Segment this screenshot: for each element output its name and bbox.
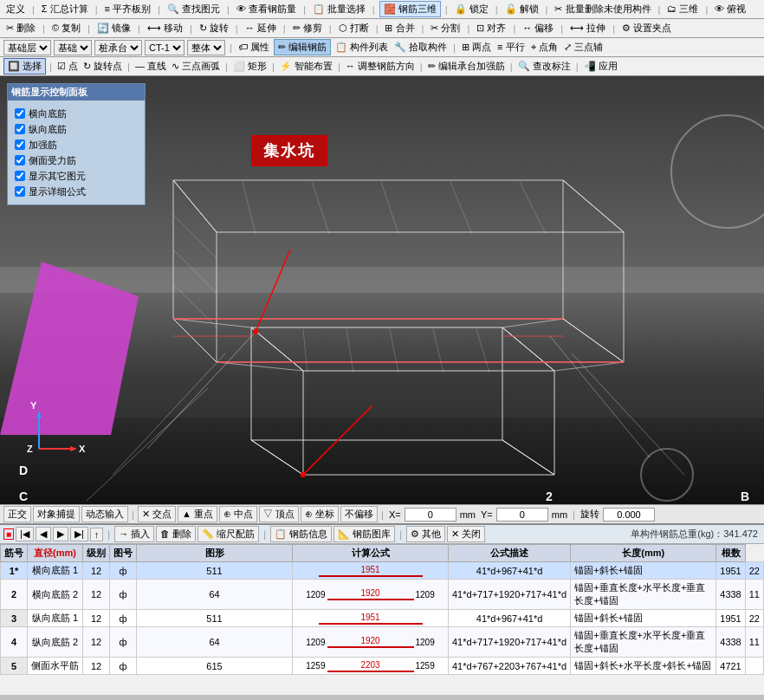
btn-merge[interactable]: ⊞ 合并 (382, 22, 417, 35)
btn-rect[interactable]: ⬜ 矩形 (231, 60, 269, 73)
rotate-input[interactable] (603, 508, 655, 522)
status-no-offset[interactable]: 不偏移 (340, 506, 378, 522)
btn-edit-bearing[interactable]: ✏ 编辑承台加强筋 (426, 60, 507, 73)
select-ct[interactable]: CT-1 (145, 40, 185, 55)
btn-two-point[interactable]: ⊞ 两点 (460, 41, 493, 54)
nav-up[interactable]: ↑ (90, 528, 104, 541)
btn-insert[interactable]: → 插入 (114, 526, 154, 542)
btn-three-point-aux[interactable]: ⤢ 三点辅 (562, 41, 605, 54)
btn-break[interactable]: ⬡ 打断 (336, 22, 372, 35)
col-header-formula: 计算公式 (293, 545, 449, 562)
checkbox-reinforce-rebar[interactable]: 加强筋 (15, 137, 138, 152)
btn-scale-rebar[interactable]: 📏 缩尺配筋 (197, 526, 259, 542)
table-row[interactable]: 3 纵向底筋 1 12 ф 511 1951 41*d+967+41*d 锚固+… (1, 610, 764, 627)
status-ortho[interactable]: 正交 (3, 506, 31, 522)
btn-steel-3d[interactable]: 🧱 钢筋三维 (379, 1, 441, 17)
btn-delete-row[interactable]: 🗑 删除 (156, 526, 196, 542)
checkbox-show-elements[interactable]: 显示其它图元 (15, 168, 138, 184)
btn-align[interactable]: ⊡ 对齐 (474, 22, 508, 35)
data-table-wrapper[interactable]: 筋号 直径(mm) 级别 图号 图形 计算公式 公式描述 长度(mm) 根数 1… (0, 544, 764, 695)
svg-line-15 (450, 182, 472, 234)
btn-apply[interactable]: 📲 应用 (582, 60, 619, 73)
btn-pick-element[interactable]: 🔧 拾取构件 (392, 41, 449, 54)
btn-mirror[interactable]: 🔄 镜像 (94, 22, 133, 35)
btn-copy[interactable]: © 复制 (49, 22, 83, 35)
btn-point[interactable]: ☑ 点 (55, 60, 80, 73)
btn-close[interactable]: ✕ 关闭 (447, 526, 485, 542)
nav-first[interactable]: |◀ (16, 527, 34, 541)
nav-last[interactable]: ▶| (70, 527, 88, 541)
x-input[interactable]: 0 (405, 508, 456, 522)
status-snap[interactable]: 对象捕提 (33, 506, 80, 522)
nav-next[interactable]: ▶ (53, 527, 68, 541)
status-midweight[interactable]: ▲ 重点 (178, 506, 217, 522)
select-pillar[interactable]: 桩承台 (94, 40, 142, 55)
checkbox-side-rebar[interactable]: 侧面受力筋 (15, 152, 138, 168)
table-row[interactable]: 4 纵向底筋 2 12 ф 64 1209 1920 1209 41*d+717… (1, 627, 764, 658)
btn-element-list[interactable]: 📋 构件列表 (333, 41, 390, 54)
btn-check-mark[interactable]: 🔍 查改标注 (516, 60, 573, 73)
btn-find-element[interactable]: 🔍 查找图元 (165, 3, 223, 16)
btn-arc[interactable]: ∿ 三点画弧 (170, 60, 222, 73)
btn-split[interactable]: ✂ 分割 (428, 22, 463, 35)
select-layer[interactable]: 基础层 (3, 40, 51, 55)
btn-rebar-info[interactable]: 📋 钢筋信息 (270, 526, 332, 542)
svg-line-10 (217, 362, 303, 371)
btn-batch-delete[interactable]: ✂ 批量删除未使用构件 (552, 3, 653, 16)
btn-parallel[interactable]: ≡ 平行 (495, 41, 526, 54)
btn-delete[interactable]: ✂ 删除 (3, 22, 38, 35)
status-intersection[interactable]: ✕ 交点 (138, 506, 176, 522)
btn-smart-layout[interactable]: ⚡ 智能布置 (278, 60, 334, 73)
btn-view-steel[interactable]: 👁 查看钢筋量 (234, 3, 299, 16)
btn-other[interactable]: ⚙ 其他 (406, 526, 445, 542)
checkbox-horizontal-rebar[interactable]: 横向底筋 (15, 106, 138, 121)
btn-point-angle[interactable]: ⌖ 点角 (529, 41, 560, 54)
btn-extend[interactable]: ↔ 延伸 (243, 22, 279, 35)
y-input[interactable]: 0 (496, 508, 548, 522)
toolbar-row1: 定义 | Σ 汇总计算 | ≡ 平齐板别 | 🔍 查找图元 | 👁 查看钢筋量 … (0, 0, 764, 19)
btn-line[interactable]: — 直线 (133, 60, 168, 73)
btn-edit-steel[interactable]: ✏ 编辑钢筋 (274, 39, 331, 55)
status-midpoint[interactable]: ⊕ 中点 (219, 506, 257, 522)
select-base[interactable]: 基础 (54, 40, 92, 55)
svg-text:D: D (19, 463, 28, 477)
btn-select[interactable]: 🔲 选择 (3, 58, 46, 75)
svg-line-24 (303, 329, 308, 373)
table-row[interactable]: 2 横向底筋 2 12 ф 64 1209 1920 1209 41*d+717… (1, 580, 764, 610)
btn-lock[interactable]: 🔒 锁定 (452, 3, 491, 16)
cell-length: 4721 (716, 658, 745, 675)
table-row[interactable]: 1* 横向底筋 1 12 ф 511 1951 41*d+967+41*d 锚固… (1, 562, 764, 580)
btn-batch-select[interactable]: 📋 批量选择 (310, 3, 368, 16)
btn-move[interactable]: ⟷ 移动 (145, 22, 185, 35)
btn-property[interactable]: 🏷 属性 (236, 41, 271, 54)
cell-formula: 41*d+767+2203+767+41*d (449, 658, 571, 675)
btn-align-board[interactable]: ≡ 平齐板别 (102, 3, 153, 16)
status-dynamic[interactable]: 动态输入 (81, 506, 128, 522)
btn-top-view[interactable]: 👁 俯视 (712, 3, 748, 16)
btn-rebar-lib[interactable]: 📐 钢筋图库 (333, 526, 395, 542)
btn-rotate-point[interactable]: ↻ 旋转点 (81, 60, 124, 73)
table-row[interactable]: 5 侧面水平筋 12 ф 615 1259 2203 1259 41*d+767… (1, 658, 764, 675)
status-vertex[interactable]: ▽ 顶点 (259, 506, 299, 522)
viewport-3d[interactable]: Y X Z D C 2 B 集水坑 钢筋显示控制面板 横向底筋 纵向底筋 加强筋… (0, 76, 764, 504)
btn-3d[interactable]: 🗂 三维 (664, 3, 701, 16)
checkbox-show-formula[interactable]: 显示详细公式 (15, 184, 138, 199)
btn-sum-calc[interactable]: Σ 汇总计算 (39, 3, 91, 16)
btn-trim[interactable]: ✏ 修剪 (290, 22, 325, 35)
btn-rotate[interactable]: ↻ 旋转 (197, 22, 231, 35)
btn-adjust-dir[interactable]: ↔ 调整钢筋方向 (344, 60, 417, 73)
svg-marker-4 (251, 327, 554, 371)
btn-set-grip[interactable]: ⚙ 设置夹点 (619, 22, 674, 35)
menu-define[interactable]: 定义 (3, 3, 28, 16)
btn-unlock[interactable]: 🔓 解锁 (502, 3, 541, 16)
btn-stretch[interactable]: ⟷ 拉伸 (567, 22, 608, 35)
svg-line-33 (572, 353, 684, 475)
svg-line-32 (550, 336, 650, 457)
cell-grade: ф (110, 627, 137, 658)
nav-prev[interactable]: ◀ (36, 527, 51, 541)
checkbox-vertical-rebar[interactable]: 纵向底筋 (15, 121, 138, 137)
svg-text:Y: Y (30, 400, 37, 411)
select-whole[interactable]: 整体 (187, 40, 225, 55)
btn-offset[interactable]: ↔ 偏移 (520, 22, 556, 35)
status-coord[interactable]: ⊕ 坐标 (301, 506, 339, 522)
